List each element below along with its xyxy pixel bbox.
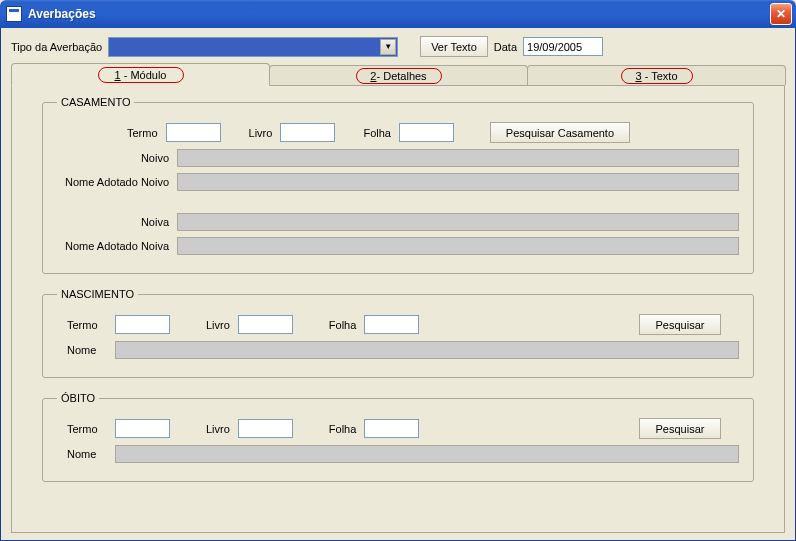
noivo-label: Noivo	[57, 152, 169, 164]
ver-texto-button[interactable]: Ver Texto	[420, 36, 488, 57]
close-button[interactable]: ✕	[770, 3, 792, 25]
nome-adotado-noiva-label: Nome Adotado Noiva	[57, 240, 169, 252]
tipo-averbacao-combo[interactable]: ▼	[108, 37, 398, 57]
folha-label: Folha	[329, 319, 357, 331]
noivo-field	[177, 149, 739, 167]
nome-label: Nome	[67, 344, 107, 356]
nascimento-folha-input[interactable]	[364, 315, 419, 334]
close-icon: ✕	[776, 7, 786, 21]
tipo-averbacao-label: Tipo da Averbação	[11, 41, 102, 53]
tab-panel: CASAMENTO Termo Livro Folha Pesquisar Ca…	[11, 85, 785, 533]
tab-detalhes[interactable]: 2- Detalhes	[269, 65, 528, 85]
pesquisar-casamento-button[interactable]: Pesquisar Casamento	[490, 122, 630, 143]
nome-adotado-noiva-field	[177, 237, 739, 255]
chevron-down-icon[interactable]: ▼	[380, 39, 396, 55]
data-label: Data	[494, 41, 517, 53]
window-icon	[6, 6, 22, 22]
obito-nome-field	[115, 445, 739, 463]
tab-texto[interactable]: 3 - Texto	[527, 65, 786, 85]
termo-label: Termo	[67, 423, 107, 435]
livro-label: Livro	[249, 127, 273, 139]
window-title: Averbações	[28, 7, 770, 21]
casamento-termo-input[interactable]	[166, 123, 221, 142]
livro-label: Livro	[206, 423, 230, 435]
toolbar-row: Tipo da Averbação ▼ Ver Texto Data	[11, 36, 785, 57]
nascimento-livro-input[interactable]	[238, 315, 293, 334]
titlebar: Averbações ✕	[0, 0, 796, 28]
tab-label: 2- Detalhes	[370, 70, 426, 82]
tab-header: 1 - Módulo 2- Detalhes 3 - Texto	[11, 63, 785, 85]
pesquisar-obito-button[interactable]: Pesquisar	[639, 418, 721, 439]
termo-label: Termo	[127, 127, 158, 139]
pesquisar-nascimento-button[interactable]: Pesquisar	[639, 314, 721, 335]
nome-label: Nome	[67, 448, 107, 460]
termo-label: Termo	[67, 319, 107, 331]
window-body: Tipo da Averbação ▼ Ver Texto Data 1 - M…	[0, 28, 796, 541]
obito-group: ÓBITO Termo Livro Folha Pesquisar Nome	[42, 392, 754, 482]
tab-label: 3 - Texto	[636, 70, 678, 82]
obito-folha-input[interactable]	[364, 419, 419, 438]
obito-legend: ÓBITO	[57, 392, 99, 404]
casamento-legend: CASAMENTO	[57, 96, 134, 108]
nome-adotado-noivo-field	[177, 173, 739, 191]
tab-modulo[interactable]: 1 - Módulo	[11, 63, 270, 86]
obito-livro-input[interactable]	[238, 419, 293, 438]
casamento-group: CASAMENTO Termo Livro Folha Pesquisar Ca…	[42, 96, 754, 274]
noiva-label: Noiva	[57, 216, 169, 228]
noiva-field	[177, 213, 739, 231]
nome-adotado-noivo-label: Nome Adotado Noivo	[57, 176, 169, 188]
casamento-livro-input[interactable]	[280, 123, 335, 142]
nascimento-termo-input[interactable]	[115, 315, 170, 334]
obito-termo-input[interactable]	[115, 419, 170, 438]
nascimento-legend: NASCIMENTO	[57, 288, 138, 300]
nascimento-group: NASCIMENTO Termo Livro Folha Pesquisar N…	[42, 288, 754, 378]
folha-label: Folha	[363, 127, 391, 139]
livro-label: Livro	[206, 319, 230, 331]
data-input[interactable]	[523, 37, 603, 56]
tab-label: 1 - Módulo	[115, 69, 167, 81]
folha-label: Folha	[329, 423, 357, 435]
casamento-folha-input[interactable]	[399, 123, 454, 142]
nascimento-nome-field	[115, 341, 739, 359]
